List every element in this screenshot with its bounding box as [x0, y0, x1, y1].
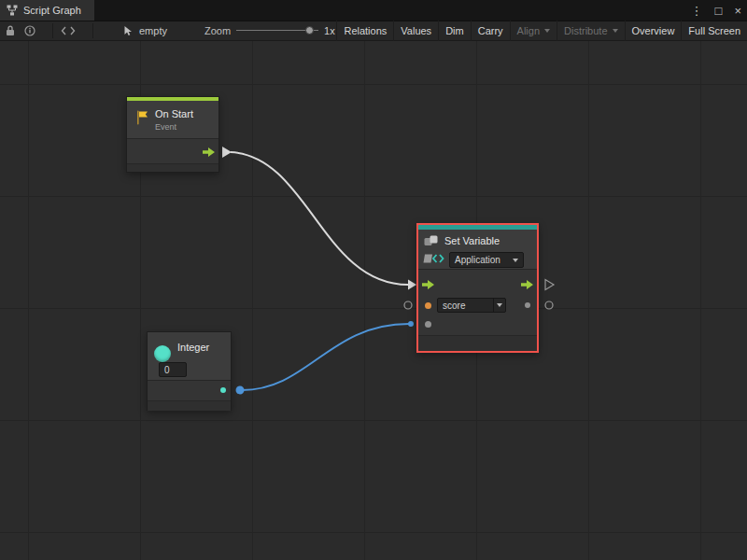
info-icon[interactable] [24, 25, 35, 36]
close-icon[interactable]: × [734, 5, 741, 17]
maximize-icon[interactable]: □ [715, 5, 723, 17]
graph-canvas[interactable]: On Start Event Set Variable Application [0, 41, 747, 560]
chevron-down-icon [544, 29, 550, 33]
node-header[interactable]: Set Variable Application [418, 230, 537, 269]
node-body [148, 380, 231, 400]
carry-button[interactable]: Carry [471, 21, 510, 41]
window-controls: ⋮ □ × [691, 0, 741, 21]
output-value-port[interactable] [525, 302, 530, 308]
titlebar: Script Graph ⋮ □ × [0, 0, 747, 21]
tab-title: Script Graph [23, 5, 81, 16]
node-header[interactable]: On Start Event [127, 101, 218, 138]
dim-button[interactable]: Dim [438, 21, 471, 41]
zoom-value: 1x [324, 25, 335, 36]
flow-input-port[interactable] [422, 280, 434, 289]
variable-scope-value: Application [450, 255, 513, 265]
variable-scope-dropdown[interactable]: Application [449, 252, 524, 268]
variable-name-caret[interactable] [493, 299, 505, 312]
node-integer[interactable]: Integer 0 [147, 331, 232, 411]
flow-output-connector[interactable] [222, 147, 232, 158]
wires-layer [0, 41, 747, 560]
value-input-connector[interactable] [408, 321, 414, 327]
flag-icon [134, 109, 149, 126]
wire-flow-onstart-setvariable[interactable] [231, 152, 408, 285]
relations-button[interactable]: Relations [336, 21, 393, 41]
flow-output-port[interactable] [203, 147, 215, 157]
node-title: Integer [177, 342, 209, 353]
full-screen-button[interactable]: Full Screen [681, 21, 747, 41]
distribute-button[interactable]: Distribute [557, 21, 624, 41]
toolbar-separator [92, 23, 93, 38]
tab-script-graph[interactable]: Script Graph [0, 0, 94, 21]
lock-icon[interactable] [6, 25, 15, 36]
integer-icon [154, 345, 171, 362]
node-footer [148, 400, 231, 411]
node-footer [127, 163, 218, 172]
zoom-slider[interactable] [236, 25, 318, 36]
graph-breadcrumb[interactable]: empty [123, 25, 167, 36]
flow-output-port[interactable] [521, 280, 533, 289]
value-output-connector[interactable] [236, 386, 245, 395]
code-icon[interactable] [61, 26, 76, 35]
flow-output-stub[interactable] [545, 280, 554, 290]
input-value-port[interactable] [425, 321, 431, 328]
value-input-stub[interactable] [404, 301, 412, 309]
chevron-down-icon [613, 29, 618, 33]
variable-name-port[interactable] [425, 302, 431, 309]
align-button[interactable]: Align [510, 21, 557, 41]
node-title: Set Variable [444, 235, 500, 246]
toolbar-separator [52, 23, 53, 38]
node-on-start[interactable]: On Start Event [126, 96, 219, 173]
variable-name-value: score [438, 301, 493, 311]
graph-name: empty [139, 25, 167, 36]
overview-button[interactable]: Overview [625, 21, 682, 41]
node-set-variable[interactable]: Set Variable Application score [416, 223, 539, 353]
script-graph-icon [7, 5, 18, 16]
variables-icon [424, 235, 441, 246]
chevron-down-icon [513, 259, 518, 262]
node-subtitle: Event [155, 122, 176, 132]
set-variable-icon [423, 253, 445, 264]
values-button[interactable]: Values [393, 21, 438, 41]
graph-toolbar: empty Zoom 1x Relations Values Dim Carry… [0, 21, 747, 41]
zoom-slider-knob[interactable] [305, 26, 314, 35]
flow-input-connector[interactable] [408, 280, 416, 290]
node-footer [418, 335, 537, 351]
integer-output-port[interactable] [220, 387, 226, 393]
integer-value-input[interactable]: 0 [159, 362, 187, 377]
menu-icon[interactable]: ⋮ [691, 5, 703, 17]
chevron-down-icon [497, 303, 502, 307]
cursor-icon [123, 25, 134, 36]
integer-value: 0 [160, 365, 186, 375]
value-output-stub[interactable] [545, 301, 553, 309]
wire-value-integer-setvariable[interactable] [242, 324, 409, 390]
node-title: On Start [155, 108, 193, 119]
zoom-label: Zoom [204, 25, 231, 36]
variable-name-dropdown[interactable]: score [437, 298, 506, 313]
node-header[interactable]: Integer 0 [148, 332, 231, 380]
